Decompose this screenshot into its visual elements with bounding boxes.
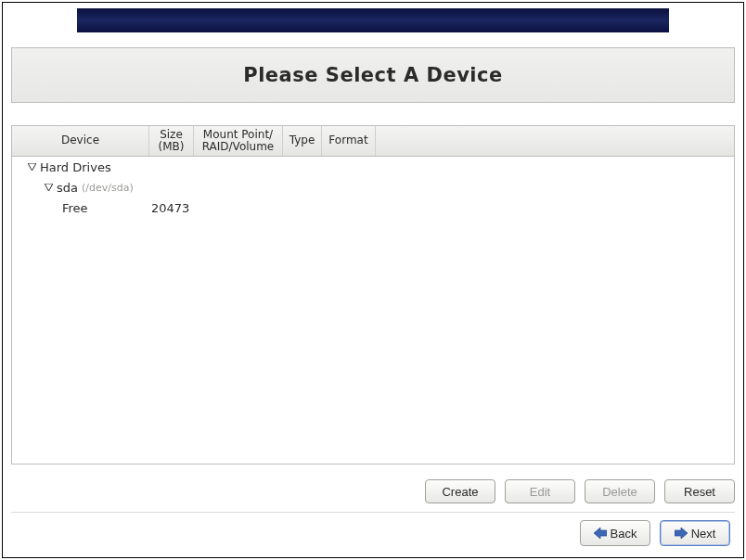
free-size: 20473: [149, 201, 194, 215]
nav-buttons: Back Next: [580, 520, 730, 546]
next-button[interactable]: Next: [660, 520, 730, 546]
banner: [77, 8, 669, 32]
tree-root-label: Hard Drives: [40, 160, 111, 174]
page-title: Please Select A Device: [243, 64, 502, 86]
back-label: Back: [611, 527, 637, 541]
col-device[interactable]: Device: [12, 126, 149, 156]
tree-row-free[interactable]: Free 20473: [12, 197, 734, 218]
delete-button: Delete: [585, 479, 655, 503]
device-table: Device Size(MB) Mount Point/RAID/Volume …: [11, 125, 735, 465]
tree-row-disk[interactable]: sda (/dev/sda): [12, 177, 734, 197]
col-format[interactable]: Format: [322, 126, 376, 156]
reset-button[interactable]: Reset: [664, 479, 735, 503]
col-size[interactable]: Size(MB): [149, 126, 194, 156]
col-spacer: [376, 126, 734, 156]
disk-name: sda: [57, 181, 78, 195]
separator: [11, 512, 735, 513]
expand-icon[interactable]: [27, 162, 36, 172]
tree-row-root[interactable]: Hard Drives: [12, 157, 734, 177]
svg-marker-2: [594, 528, 607, 539]
svg-marker-0: [28, 163, 36, 171]
arrow-right-icon: [675, 528, 688, 539]
col-mount[interactable]: Mount Point/RAID/Volume: [194, 126, 283, 156]
edit-button: Edit: [505, 479, 575, 503]
free-label: Free: [62, 201, 88, 215]
svg-marker-1: [45, 184, 53, 191]
table-header: Device Size(MB) Mount Point/RAID/Volume …: [11, 125, 735, 157]
arrow-left-icon: [594, 528, 607, 539]
back-button[interactable]: Back: [580, 520, 650, 546]
table-body[interactable]: Hard Drives sda (/dev/sda) Free 20473: [11, 157, 735, 465]
next-label: Next: [691, 527, 716, 541]
action-buttons: Create Edit Delete Reset: [11, 479, 735, 503]
disk-path: (/dev/sda): [82, 182, 134, 194]
expand-icon[interactable]: [44, 183, 53, 192]
svg-marker-3: [675, 528, 688, 539]
title-panel: Please Select A Device: [11, 47, 735, 103]
col-type[interactable]: Type: [283, 126, 322, 156]
create-button[interactable]: Create: [425, 479, 495, 503]
